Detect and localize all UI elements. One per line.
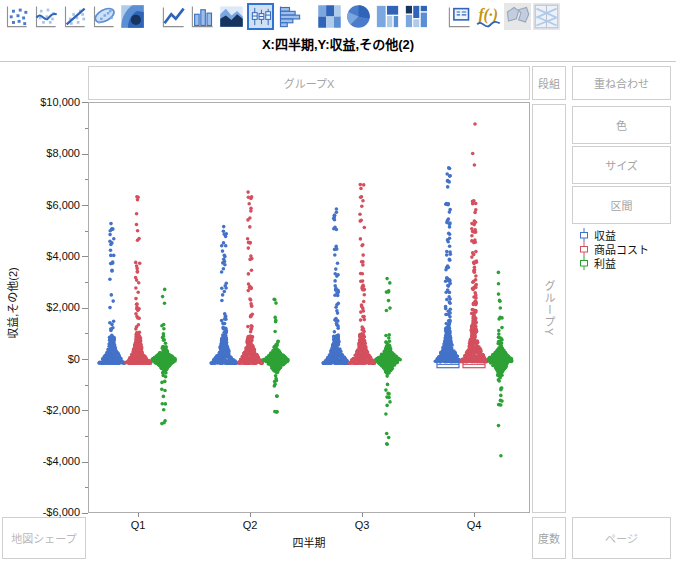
dropzone-group-y[interactable]: グループY bbox=[532, 104, 566, 513]
line-of-fit-icon[interactable] bbox=[61, 3, 88, 30]
y-tick-label: $6,000 bbox=[18, 199, 80, 211]
legend: 収益商品コスト利益 bbox=[578, 228, 649, 270]
legend-item[interactable]: 利益 bbox=[578, 256, 649, 270]
dropzone-interval-label: 区間 bbox=[611, 197, 633, 213]
series-points[interactable] bbox=[97, 166, 462, 365]
dropzone-size[interactable]: サイズ bbox=[572, 146, 671, 184]
dropzone-column-table-label: 段組 bbox=[538, 75, 560, 91]
plot-area[interactable] bbox=[88, 102, 530, 513]
jitter-plot-canvas[interactable] bbox=[89, 103, 529, 512]
dropzone-frequency-label: 度数 bbox=[538, 530, 560, 546]
dropzone-group-x[interactable]: グループX bbox=[88, 66, 530, 100]
dropzone-group-y-label: グループY bbox=[541, 280, 557, 336]
box-plot-marker-icon bbox=[578, 228, 590, 242]
mosaic-icon[interactable] bbox=[403, 3, 430, 30]
parallel-plot-icon bbox=[533, 3, 560, 30]
page-title: X:四半期,Y:収益,その他(2) bbox=[0, 34, 676, 53]
series-points[interactable] bbox=[124, 122, 488, 365]
box-plot-marker-icon bbox=[578, 256, 590, 270]
dropzone-size-label: サイズ bbox=[605, 157, 638, 173]
x-tick-label: Q3 bbox=[340, 519, 384, 531]
x-tick-mark bbox=[362, 513, 363, 517]
legend-item-label: 利益 bbox=[594, 255, 616, 271]
map-shape-icon bbox=[504, 3, 531, 30]
dropzone-overlay[interactable]: 重ね合わせ bbox=[572, 66, 671, 100]
area-chart-icon[interactable] bbox=[218, 3, 245, 30]
dropzone-column-table[interactable]: 段組 bbox=[532, 66, 566, 100]
dropzone-overlay-label: 重ね合わせ bbox=[594, 75, 649, 91]
pie-chart-icon[interactable] bbox=[345, 3, 372, 30]
chart-type-toolbar: f(·) bbox=[0, 0, 676, 32]
y-tick-label: $8,000 bbox=[18, 147, 80, 159]
dropzone-page[interactable]: ページ bbox=[572, 517, 671, 559]
x-tick-label: Q1 bbox=[116, 519, 160, 531]
box-plot-icon[interactable] bbox=[247, 3, 274, 30]
y-tick-label: $2,000 bbox=[18, 301, 80, 313]
bar-chart-icon[interactable] bbox=[189, 3, 216, 30]
dropzone-color[interactable]: 色 bbox=[572, 106, 671, 144]
ellipse-icon[interactable] bbox=[90, 3, 117, 30]
y-tick-label: -$2,000 bbox=[18, 404, 80, 416]
x-tick-mark bbox=[250, 513, 251, 517]
legend-item[interactable]: 商品コスト bbox=[578, 242, 649, 256]
histogram-icon[interactable] bbox=[276, 3, 303, 30]
x-tick-label: Q4 bbox=[452, 519, 496, 531]
x-axis-title: 四半期 bbox=[88, 534, 530, 550]
heatmap-icon[interactable] bbox=[316, 3, 343, 30]
y-tick-label: $10,000 bbox=[18, 96, 80, 108]
box-plot-marker-icon bbox=[578, 242, 590, 256]
formula-icon[interactable]: f(·) bbox=[475, 3, 502, 30]
y-tick-mark bbox=[82, 513, 88, 514]
line-chart-icon[interactable] bbox=[160, 3, 187, 30]
dropzone-page-label: ページ bbox=[605, 530, 638, 546]
y-tick-label: $0 bbox=[18, 353, 80, 365]
y-tick-label: -$4,000 bbox=[18, 455, 80, 467]
dropzone-interval[interactable]: 区間 bbox=[572, 186, 671, 224]
contour-icon[interactable] bbox=[119, 3, 146, 30]
smoother-icon[interactable] bbox=[32, 3, 59, 30]
caption-box-icon[interactable] bbox=[446, 3, 473, 30]
dropzone-frequency[interactable]: 度数 bbox=[532, 517, 566, 559]
title-separator bbox=[0, 61, 676, 62]
y-tick-label: -$6,000 bbox=[18, 506, 80, 518]
scatter-icon[interactable] bbox=[3, 3, 30, 30]
treemap-icon[interactable] bbox=[374, 3, 401, 30]
legend-item[interactable]: 収益 bbox=[578, 228, 649, 242]
dropzone-map-shape-label: 地図シェープ bbox=[11, 530, 76, 546]
y-tick-label: $4,000 bbox=[18, 250, 80, 262]
x-tick-mark bbox=[474, 513, 475, 517]
graph-builder-window: f(·) X:四半期,Y:収益,その他(2) グループX 段組 グループY 重ね… bbox=[0, 0, 676, 561]
dropzone-color-label: 色 bbox=[616, 117, 627, 133]
dropzone-group-x-label: グループX bbox=[284, 75, 335, 91]
x-tick-mark bbox=[138, 513, 139, 517]
x-tick-label: Q2 bbox=[228, 519, 272, 531]
dropzone-map-shape[interactable]: 地図シェープ bbox=[2, 517, 86, 559]
